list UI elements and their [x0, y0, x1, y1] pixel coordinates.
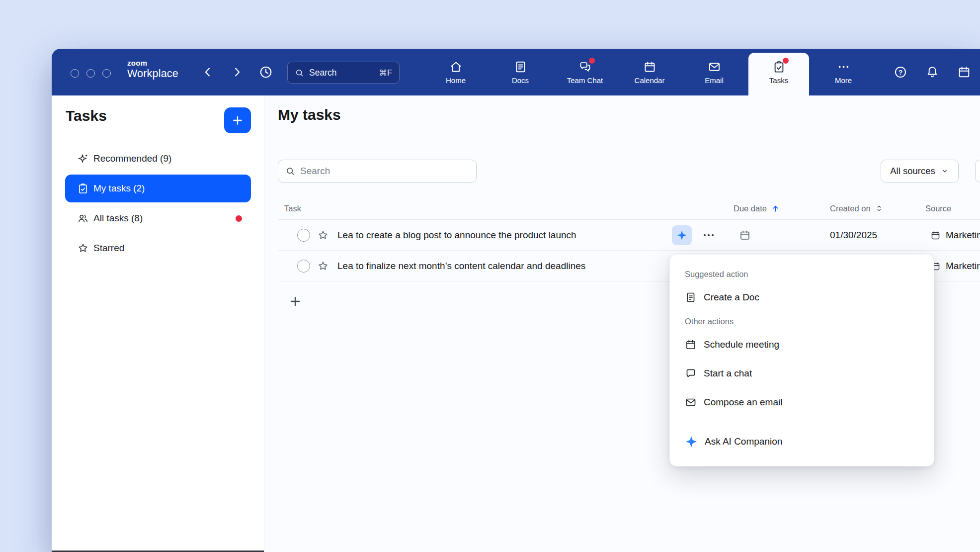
menu-item-ask-ai-companion[interactable]: Ask AI Companion — [670, 427, 934, 456]
window-zoom-button[interactable] — [102, 69, 111, 78]
scheduler-button[interactable] — [957, 65, 971, 79]
unread-badge-dot — [236, 215, 242, 222]
nav-label: Calendar — [635, 77, 665, 84]
menu-section-heading: Suggested action — [670, 265, 934, 283]
task-search-box — [278, 160, 477, 183]
sidebar-item-label: My tasks (2) — [93, 183, 145, 194]
nav-email[interactable]: Email — [682, 49, 746, 95]
chevron-left-icon — [201, 65, 215, 79]
unread-badge-dot — [589, 58, 595, 64]
window-close-button[interactable] — [71, 69, 79, 78]
plus-icon — [288, 294, 302, 308]
sidebar-item-starred[interactable]: Starred — [65, 234, 251, 262]
help-icon: ? — [894, 65, 907, 79]
ai-companion-star-icon — [685, 435, 698, 448]
sources-filter-button[interactable]: All sources — [881, 160, 959, 183]
menu-item-compose-email[interactable]: Compose an email — [670, 388, 934, 417]
set-due-date-button[interactable] — [739, 229, 751, 241]
ai-actions-button[interactable] — [672, 225, 692, 245]
nav-calendar[interactable]: Calendar — [617, 49, 682, 95]
history-clock-icon — [258, 65, 273, 80]
calendar-icon — [930, 230, 941, 241]
unread-badge-dot — [783, 58, 789, 64]
menu-item-label: Ask AI Companion — [705, 436, 782, 447]
header-right-actions: ? — [894, 65, 971, 79]
calendar-icon — [957, 65, 971, 79]
column-header-source[interactable]: Source — [925, 197, 951, 220]
column-header-due-date[interactable]: Due date — [734, 197, 780, 220]
chat-bubble-icon — [685, 368, 697, 379]
menu-section-heading: Other actions — [670, 312, 934, 330]
window-header: zoom Workplace Search ⌘F Home — [52, 49, 980, 95]
svg-text:?: ? — [898, 69, 902, 76]
plus-icon — [231, 114, 244, 127]
menu-item-schedule-meeting[interactable]: Schedule meeting — [670, 330, 934, 359]
task-title[interactable]: Lea to finalize next month’s content cal… — [337, 251, 585, 281]
nav-docs[interactable]: Docs — [488, 49, 553, 95]
logo-zoom-text: zoom — [127, 59, 178, 67]
ai-actions-menu: Suggested action Create a Doc Other acti… — [669, 254, 934, 466]
clipped-filter-button[interactable] — [975, 160, 980, 183]
task-complete-checkbox[interactable] — [297, 229, 310, 242]
primary-navigation: Home Docs Team Chat Calendar — [423, 49, 876, 95]
column-label: Task — [284, 204, 301, 213]
more-icon — [837, 60, 850, 74]
forward-button[interactable] — [230, 65, 244, 79]
email-icon — [685, 396, 697, 408]
task-title[interactable]: Lea to create a blog post to announce th… — [337, 220, 576, 251]
menu-item-label: Create a Doc — [704, 292, 759, 303]
nav-label: Team Chat — [567, 77, 603, 84]
notifications-bell-icon — [925, 65, 939, 79]
task-more-actions-button[interactable] — [698, 225, 720, 245]
search-icon — [285, 166, 295, 176]
task-table-header: Task Due date Created on Source — [278, 197, 980, 220]
star-task-button[interactable] — [317, 229, 329, 241]
star-task-button[interactable] — [317, 260, 329, 272]
star-icon — [77, 242, 89, 254]
menu-divider — [680, 422, 924, 422]
nav-label: Docs — [512, 77, 529, 84]
help-button[interactable]: ? — [894, 65, 907, 79]
nav-label: Home — [446, 77, 466, 84]
sidebar-navigation: Recommended (9) My tasks (2) All tasks (… — [65, 145, 251, 262]
calendar-icon — [739, 229, 751, 241]
docs-icon — [514, 60, 527, 74]
back-button[interactable] — [201, 65, 215, 79]
sidebar-item-recommended[interactable]: Recommended (9) — [65, 145, 251, 173]
task-created-date: 01/30/2025 — [830, 220, 877, 251]
calendar-icon — [685, 339, 697, 351]
global-search-shortcut: ⌘F — [379, 68, 392, 78]
column-label: Created on — [830, 204, 871, 213]
chevron-down-icon — [940, 167, 949, 176]
menu-item-label: Start a chat — [704, 368, 752, 379]
task-search-input[interactable] — [300, 166, 469, 177]
calendar-icon — [643, 60, 656, 74]
nav-more[interactable]: More — [811, 49, 876, 95]
sidebar-item-all-tasks[interactable]: All tasks (8) — [65, 204, 251, 232]
sources-filter-label: All sources — [890, 166, 935, 177]
sidebar-item-label: Starred — [93, 243, 124, 254]
new-task-button[interactable] — [224, 107, 251, 133]
nav-tasks[interactable]: Tasks — [746, 49, 811, 95]
task-complete-checkbox[interactable] — [297, 260, 310, 273]
menu-item-create-doc[interactable]: Create a Doc — [670, 283, 934, 312]
notifications-button[interactable] — [925, 65, 939, 79]
history-button[interactable] — [258, 65, 273, 80]
window-controls — [71, 69, 111, 78]
global-search-button[interactable]: Search ⌘F — [287, 62, 400, 84]
window-minimize-button[interactable] — [86, 69, 95, 78]
nav-team-chat[interactable]: Team Chat — [553, 49, 617, 95]
column-header-created-on[interactable]: Created on — [830, 197, 884, 220]
page-title: My tasks — [278, 106, 341, 123]
star-icon — [317, 229, 329, 241]
column-header-task[interactable]: Task — [284, 197, 301, 220]
menu-item-start-chat[interactable]: Start a chat — [670, 359, 934, 388]
add-task-button[interactable] — [288, 294, 302, 308]
nav-label: More — [835, 77, 852, 84]
search-icon — [295, 68, 304, 78]
ai-sparkle-icon — [676, 230, 687, 241]
nav-home[interactable]: Home — [423, 49, 488, 95]
zoom-workplace-logo: zoom Workplace — [127, 59, 178, 81]
star-icon — [317, 260, 329, 272]
sidebar-item-my-tasks[interactable]: My tasks (2) — [65, 175, 251, 202]
